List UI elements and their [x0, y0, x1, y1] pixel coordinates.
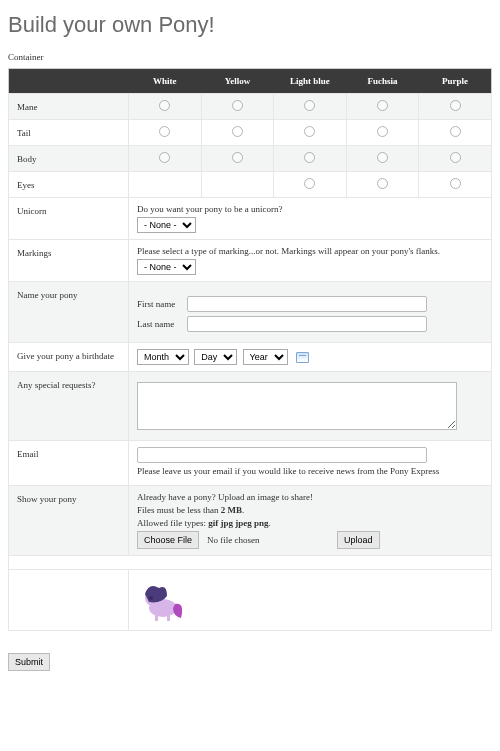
radio-cell	[201, 120, 274, 146]
radio-cell	[129, 146, 202, 172]
label-first-name: First name	[137, 299, 187, 309]
upload-help-1: Already have a pony? Upload an image to …	[137, 492, 483, 502]
choose-file-button[interactable]: Choose File	[137, 531, 199, 549]
page-title: Build your own Pony!	[8, 12, 492, 38]
color-radio[interactable]	[159, 100, 170, 111]
color-radio[interactable]	[232, 126, 243, 137]
grid-row: Body	[9, 146, 492, 172]
birthdate-month-select[interactable]: Month	[137, 349, 189, 365]
svg-rect-4	[167, 614, 170, 621]
spacer-row	[9, 556, 492, 570]
radio-cell	[274, 146, 347, 172]
color-radio[interactable]	[377, 178, 388, 189]
row-unicorn: Unicorn Do you want your pony to be a un…	[9, 198, 492, 240]
radio-cell	[201, 146, 274, 172]
radio-cell	[419, 120, 492, 146]
radio-cell	[419, 146, 492, 172]
row-upload: Show your pony Already have a pony? Uplo…	[9, 486, 492, 556]
email-field[interactable]	[137, 447, 427, 463]
radio-cell	[129, 172, 202, 198]
color-radio[interactable]	[450, 100, 461, 111]
grid-row: Mane	[9, 94, 492, 120]
header-yellow: Yellow	[201, 69, 274, 94]
radio-cell	[346, 120, 419, 146]
label-upload: Show your pony	[9, 486, 129, 556]
markings-help: Please select a type of marking...or not…	[137, 246, 483, 256]
upload-button[interactable]: Upload	[337, 531, 380, 549]
header-lightblue: Light blue	[274, 69, 347, 94]
upload-help-3: Allowed file types: gif jpg jpeg png.	[137, 518, 483, 528]
radio-cell	[129, 120, 202, 146]
color-radio[interactable]	[159, 126, 170, 137]
color-radio[interactable]	[377, 100, 388, 111]
row-requests: Any special requests?	[9, 372, 492, 441]
unicorn-help: Do you want your pony to be a unicorn?	[137, 204, 483, 214]
row-email: Email Please leave us your email if you …	[9, 441, 492, 486]
radio-cell	[274, 172, 347, 198]
row-name: Name your pony First name Last name	[9, 282, 492, 343]
color-radio[interactable]	[450, 126, 461, 137]
label-email: Email	[9, 441, 129, 486]
color-radio[interactable]	[304, 178, 315, 189]
radio-cell	[129, 94, 202, 120]
radio-cell	[274, 120, 347, 146]
color-radio[interactable]	[159, 152, 170, 163]
svg-point-2	[149, 596, 153, 600]
color-radio[interactable]	[450, 152, 461, 163]
pony-preview-image	[137, 576, 185, 624]
radio-cell	[201, 94, 274, 120]
radio-cell	[346, 146, 419, 172]
grid-row: Eyes	[9, 172, 492, 198]
header-purple: Purple	[419, 69, 492, 94]
row-preview	[9, 570, 492, 631]
birthdate-day-select[interactable]: Day	[194, 349, 237, 365]
radio-cell	[346, 94, 419, 120]
header-white: White	[129, 69, 202, 94]
markings-select[interactable]: - None -	[137, 259, 196, 275]
color-radio[interactable]	[377, 152, 388, 163]
svg-rect-3	[155, 614, 158, 621]
color-radio[interactable]	[304, 152, 315, 163]
last-name-field[interactable]	[187, 316, 427, 332]
label-birthdate: Give your pony a birthdate	[9, 343, 129, 372]
label-last-name: Last name	[137, 319, 187, 329]
color-radio[interactable]	[232, 152, 243, 163]
unicorn-select[interactable]: - None -	[137, 217, 196, 233]
row-birthdate: Give your pony a birthdate Month Day Yea…	[9, 343, 492, 372]
label-unicorn: Unicorn	[9, 198, 129, 240]
label-name-section: Name your pony	[9, 282, 129, 343]
calendar-icon[interactable]	[296, 352, 309, 363]
radio-cell	[274, 94, 347, 120]
first-name-field[interactable]	[187, 296, 427, 312]
color-radio[interactable]	[232, 100, 243, 111]
row-label: Body	[9, 146, 129, 172]
upload-help-2: Files must be less than 2 MB.	[137, 505, 483, 515]
radio-cell	[346, 172, 419, 198]
color-radio[interactable]	[304, 100, 315, 111]
radio-cell	[201, 172, 274, 198]
header-blank	[9, 69, 129, 94]
color-header-row: White Yellow Light blue Fuchsia Purple	[9, 69, 492, 94]
row-label: Eyes	[9, 172, 129, 198]
file-status: No file chosen	[203, 535, 293, 545]
color-radio[interactable]	[377, 126, 388, 137]
birthdate-year-select[interactable]: Year	[243, 349, 288, 365]
row-markings: Markings Please select a type of marking…	[9, 240, 492, 282]
email-help: Please leave us your email if you would …	[137, 466, 483, 476]
radio-cell	[419, 172, 492, 198]
container-label: Container	[8, 52, 492, 62]
label-markings: Markings	[9, 240, 129, 282]
label-requests: Any special requests?	[9, 372, 129, 441]
requests-textarea[interactable]	[137, 382, 457, 430]
color-radio[interactable]	[304, 126, 315, 137]
row-label: Tail	[9, 120, 129, 146]
header-fuchsia: Fuchsia	[346, 69, 419, 94]
submit-button[interactable]: Submit	[8, 653, 50, 671]
color-radio[interactable]	[450, 178, 461, 189]
pony-form-table: White Yellow Light blue Fuchsia Purple M…	[8, 68, 492, 631]
row-label: Mane	[9, 94, 129, 120]
radio-cell	[419, 94, 492, 120]
grid-row: Tail	[9, 120, 492, 146]
